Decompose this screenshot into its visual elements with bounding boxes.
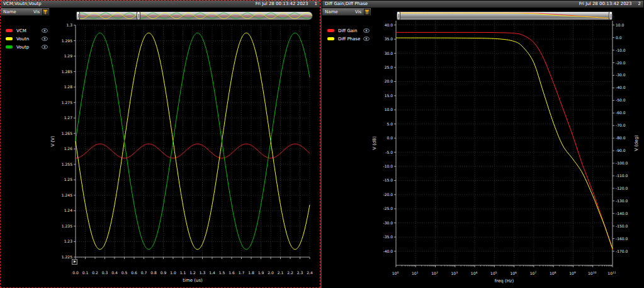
trace-label: VCM xyxy=(16,28,26,33)
legend-col-name: Name xyxy=(3,8,16,16)
y-axis-title-left: V (dB) xyxy=(372,136,377,150)
svg-text:1.0: 1.0 xyxy=(170,270,176,275)
strip-waveform-preview xyxy=(76,12,312,20)
legend-col-name: Name xyxy=(325,8,338,16)
bode-plot[interactable]: -40.0-35.0-30.0-25.0-20.0-15.0-10.0-5.00… xyxy=(371,17,644,288)
legend-item[interactable]: Diff Phase xyxy=(322,35,372,43)
svg-text:1.235: 1.235 xyxy=(62,224,72,228)
svg-text:-20.0: -20.0 xyxy=(616,60,626,65)
svg-text:0.0: 0.0 xyxy=(616,35,622,40)
svg-text:-100.0: -100.0 xyxy=(616,161,628,165)
filter-button[interactable] xyxy=(364,9,370,15)
trace-label: Voutn xyxy=(16,37,29,42)
window-index: 1 xyxy=(315,1,317,8)
svg-text:1.3: 1.3 xyxy=(66,23,72,27)
strip-handle-left[interactable] xyxy=(76,11,80,20)
trace-Diff-Gain xyxy=(396,32,613,250)
svg-text:-70.0: -70.0 xyxy=(616,123,626,127)
svg-text:15.0: 15.0 xyxy=(385,93,393,98)
svg-text:103: 103 xyxy=(451,271,458,276)
titlebar-transient[interactable]: VCM;Voutn;Voutp Fri Jul 28 00:13:42 2023… xyxy=(1,1,320,8)
svg-text:0.8: 0.8 xyxy=(150,270,157,275)
svg-text:-50.0: -50.0 xyxy=(616,98,626,102)
transient-plot-svg: 1.2251.231.2351.241.2451.251.2551.261.26… xyxy=(48,20,319,286)
svg-text:-170.0: -170.0 xyxy=(616,249,628,253)
svg-text:-110.0: -110.0 xyxy=(616,173,628,178)
trace-color-swatch[interactable] xyxy=(327,29,334,32)
svg-text:-5.0: -5.0 xyxy=(385,150,393,154)
axes xyxy=(396,21,613,265)
svg-text:105: 105 xyxy=(490,271,497,276)
y-axis-title-right: V (deg) xyxy=(634,135,639,151)
svg-text:1.6: 1.6 xyxy=(229,270,235,275)
visibility-eye-icon[interactable] xyxy=(363,28,370,33)
legend-item[interactable]: Voutn xyxy=(1,35,50,43)
visibility-eye-icon[interactable] xyxy=(42,28,48,33)
window-title: VCM;Voutn;Voutp xyxy=(3,1,42,8)
svg-text:-10.0: -10.0 xyxy=(616,48,626,52)
svg-text:0.9: 0.9 xyxy=(161,270,167,275)
svg-text:-10.0: -10.0 xyxy=(383,164,393,168)
window-title: Diff Gain;Diff Phase xyxy=(325,1,368,8)
window-date: Fri Jul 28 00:13:42 2023 xyxy=(579,1,632,8)
svg-text:-60.0: -60.0 xyxy=(616,110,626,115)
svg-text:-15.0: -15.0 xyxy=(383,178,393,182)
trace-color-swatch[interactable] xyxy=(6,29,13,32)
trace-color-swatch[interactable] xyxy=(6,45,13,49)
legend-header: Name Vis xyxy=(322,8,371,16)
svg-text:0.6: 0.6 xyxy=(131,270,137,275)
svg-text:2.0: 2.0 xyxy=(268,270,274,275)
svg-text:107: 107 xyxy=(530,271,537,276)
svg-text:108: 108 xyxy=(550,271,556,276)
svg-text:0.7: 0.7 xyxy=(141,270,147,275)
grid xyxy=(76,25,310,257)
svg-text:106: 106 xyxy=(510,271,517,276)
transient-plot[interactable]: 1.2251.231.2351.241.2451.251.2551.261.26… xyxy=(48,20,319,286)
svg-text:1.255: 1.255 xyxy=(62,162,72,166)
legend-item[interactable]: VCM xyxy=(1,26,50,35)
visibility-eye-icon[interactable] xyxy=(42,45,48,49)
svg-text:20.0: 20.0 xyxy=(385,79,393,83)
svg-text:0.4: 0.4 xyxy=(111,270,118,275)
visibility-eye-icon[interactable] xyxy=(363,37,370,41)
titlebar-ac[interactable]: Diff Gain;Diff Phase Fri Jul 28 00:13:42… xyxy=(322,1,643,8)
svg-text:2.3: 2.3 xyxy=(297,270,303,275)
svg-text:2.1: 2.1 xyxy=(278,270,284,275)
filter-button[interactable] xyxy=(42,9,48,15)
svg-text:10.0: 10.0 xyxy=(385,107,393,112)
svg-text:1010: 1010 xyxy=(588,271,597,276)
overview-strip[interactable] xyxy=(76,11,313,20)
trace-label: Voutp xyxy=(16,45,29,50)
waveform-viewer: VCM;Voutn;Voutp Fri Jul 28 00:13:42 2023… xyxy=(0,0,644,288)
svg-text:1011: 1011 xyxy=(607,271,616,276)
x-axis-title: time (us) xyxy=(183,278,203,283)
svg-text:-90.0: -90.0 xyxy=(616,148,626,153)
strip-toggle-button[interactable] xyxy=(72,259,77,265)
visibility-eye-icon[interactable] xyxy=(42,37,48,41)
svg-text:30.0: 30.0 xyxy=(385,51,393,55)
svg-text:1.26: 1.26 xyxy=(64,146,73,151)
svg-text:1.29: 1.29 xyxy=(64,54,73,58)
svg-text:1.275: 1.275 xyxy=(62,100,72,105)
svg-text:35.0: 35.0 xyxy=(385,37,393,41)
svg-text:-40.0: -40.0 xyxy=(616,85,626,89)
tick-marks xyxy=(394,25,614,267)
svg-text:1.4: 1.4 xyxy=(209,270,215,275)
svg-text:1.295: 1.295 xyxy=(62,38,72,43)
svg-text:-140.0: -140.0 xyxy=(616,211,628,216)
strip-handle-right[interactable] xyxy=(137,11,140,20)
trace-color-swatch[interactable] xyxy=(6,37,13,40)
svg-text:0.5: 0.5 xyxy=(121,270,128,275)
trace-color-swatch[interactable] xyxy=(327,37,334,40)
svg-text:109: 109 xyxy=(569,271,576,276)
window-index: 2 xyxy=(638,1,641,8)
svg-text:-35.0: -35.0 xyxy=(383,234,393,239)
legend-item[interactable]: Voutp xyxy=(1,43,50,51)
svg-text:0.0: 0.0 xyxy=(387,135,393,140)
tick-marks xyxy=(74,25,310,259)
svg-text:-40.0: -40.0 xyxy=(383,249,393,253)
bode-plot-svg: -40.0-35.0-30.0-25.0-20.0-15.0-10.0-5.00… xyxy=(371,17,644,288)
legend-item[interactable]: Diff Gain xyxy=(322,26,372,35)
svg-text:-80.0: -80.0 xyxy=(616,135,626,140)
svg-text:102: 102 xyxy=(431,271,438,276)
